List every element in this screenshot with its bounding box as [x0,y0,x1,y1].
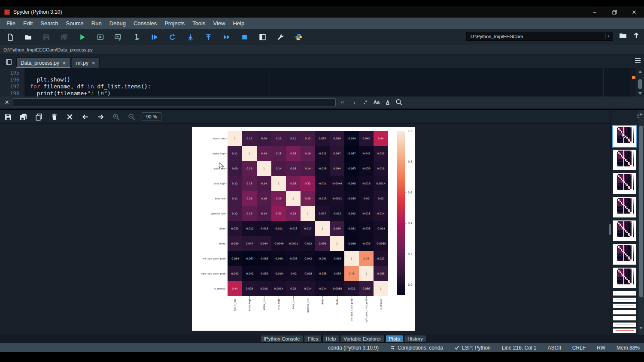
editor-options-icon[interactable] [635,58,641,63]
copy-image-icon[interactable] [31,112,46,122]
menu-file[interactable]: File [3,18,19,28]
close-tab-icon[interactable]: ✕ [91,60,95,66]
plot-thumbnail[interactable] [613,291,636,296]
letterbox-bottom [0,352,644,362]
plot-thumbnail[interactable] [613,268,636,288]
menu-run[interactable]: Run [88,18,106,28]
plot-thumbnail[interactable] [613,126,636,147]
heatmap-cell: 1 [257,161,271,176]
plot-thumbnail[interactable] [613,310,636,314]
working-directory-controls: D:\Python_Imp\EEGCom ▾ [466,32,640,41]
heatmap-cell: 1 [374,281,388,296]
maximize-pane-icon[interactable] [253,31,271,44]
heatmap-cell: -0.054 [344,131,359,146]
find-previous-icon[interactable]: ↑ [337,98,349,106]
plot-thumbnail[interactable] [613,316,636,320]
menu-tools[interactable]: Tools [188,18,209,28]
splitter-handle[interactable] [609,224,611,235]
previous-plot-icon[interactable] [77,112,93,122]
run-cell-advance-icon[interactable] [109,31,127,44]
remove-plot-icon[interactable] [46,112,62,122]
search-input[interactable]: ▾ [13,98,336,106]
menu-debug[interactable]: Debug [106,18,130,28]
match-case-icon[interactable]: Aa [371,98,382,106]
open-file-icon[interactable] [19,31,37,44]
heatmap-cell: -0.02 [359,191,374,206]
code-editor[interactable]: 195196 plt.show()197for filename, df in … [0,68,644,97]
plot-thumbnail[interactable] [613,173,636,194]
python-logo-icon[interactable] [289,31,307,44]
plot-thumbnail[interactable] [613,298,636,302]
plot-thumbnail[interactable] [613,220,636,241]
heatmap-cell: 0.44 [228,281,242,296]
plot-thumbnail[interactable] [613,323,636,327]
heatmap-cell: -0.014 [374,221,388,236]
find-next-icon[interactable]: ↓ [349,98,360,106]
heatmap-cell: 0.25 [301,191,315,206]
menu-edit[interactable]: Edit [19,18,36,28]
status-lsp-python: LSP: Python [454,345,491,351]
save-plot-icon[interactable] [0,112,15,122]
restore-button[interactable] [605,6,624,18]
close-tab-icon[interactable]: ✕ [62,60,66,66]
menu-view[interactable]: View [209,18,229,28]
run-cell-icon[interactable] [91,31,109,44]
pane-tab-plots[interactable]: Plots [386,335,404,343]
heatmap-cell: 1 [330,236,344,251]
editor-scrollbar[interactable] [636,68,644,97]
preferences-icon[interactable] [271,31,289,44]
pane-tab-history[interactable]: History [404,335,426,343]
pane-tab-files[interactable]: Files [304,335,321,343]
working-directory-combobox[interactable]: D:\Python_Imp\EEGCom ▾ [466,32,613,41]
search-highlight-icon[interactable] [393,98,404,106]
step-return-icon[interactable] [199,31,217,44]
pane-tab-ipython-console[interactable]: IPython Console [260,335,303,343]
menu-source[interactable]: Source [62,18,88,28]
menu-search[interactable]: Search [36,18,62,28]
heatmap-cell: 0.76 [344,266,359,281]
plot-thumbnail[interactable] [613,197,636,217]
minimize-button[interactable]: – [585,6,605,18]
run-selection-icon[interactable] [127,31,145,44]
editor-tab-Data_process.py[interactable]: Data_process.py✕ [16,57,70,68]
regex-icon[interactable]: .* [360,98,371,106]
thumbnails-scrollbar[interactable] [638,110,644,335]
browse-directory-icon[interactable] [619,32,627,41]
stop-icon[interactable] [235,31,253,44]
plot-thumbnail[interactable] [613,329,636,333]
close-button[interactable]: ✕ [624,6,644,18]
menu-projects[interactable]: Projects [161,18,188,28]
remove-all-plots-icon[interactable] [62,112,77,122]
pane-tab-help[interactable]: Help [322,335,340,343]
heatmap-col-label: gamma_low [307,299,309,313]
rerun-icon[interactable] [163,31,181,44]
next-plot-icon[interactable] [93,112,108,122]
heatmap-cell: 0.14 [257,206,271,221]
debug-file-icon[interactable] [145,31,163,44]
close-find-icon[interactable]: ✕ [3,99,10,106]
new-file-icon[interactable] [1,31,19,44]
heatmap-cell: 0.18 [242,176,257,191]
browse-tabs-icon[interactable] [3,57,15,67]
chevron-down-icon[interactable]: ▾ [605,33,611,39]
plot-thumbnail[interactable] [613,244,636,265]
plot-thumbnail[interactable] [613,304,636,308]
plot-thumbnail[interactable] [613,150,636,170]
editor-tab-ml.py[interactable]: ml.py✕ [72,57,100,68]
step-into-icon[interactable] [181,31,199,44]
code-line-196: 196 plt.show() [0,76,601,83]
whole-word-icon[interactable]: A [382,98,393,106]
find-options: ↑↓.*AaA [337,98,404,106]
parent-directory-icon[interactable] [633,32,640,41]
pane-tab-variable-explorer[interactable]: Variable Explorer [340,335,384,343]
run-icon[interactable] [73,31,91,44]
menu-consoles[interactable]: Consoles [130,18,161,28]
spyder-logo-icon [4,9,10,15]
heatmap-cell: 1 [344,251,359,266]
zoom-level-box[interactable]: 90 % [142,112,161,121]
save-all-plots-icon[interactable] [15,112,31,122]
continue-icon[interactable] [217,31,235,44]
pane-splitter[interactable] [611,110,611,335]
heatmap-col-label: alpha_high [248,299,251,311]
menu-help[interactable]: Help [229,18,248,28]
